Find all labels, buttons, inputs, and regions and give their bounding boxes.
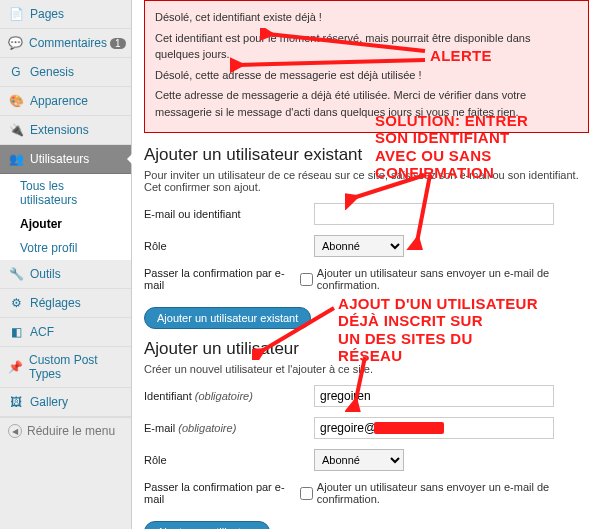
sidebar-item-gallery[interactable]: 🖼Gallery [0,388,131,417]
sidebar-item-settings[interactable]: ⚙Réglages [0,289,131,318]
label-role-existing: Rôle [144,240,314,252]
label-skip-existing: Passer la confirmation par e-mail [144,267,300,291]
alert-line: Cet identifiant est pour le moment réser… [155,30,578,63]
alert-line: Désolé, cette adresse de messagerie est … [155,67,578,84]
button-add-existing[interactable]: Ajouter un utilisateur existant [144,307,311,329]
cpt-icon: 📌 [8,359,23,375]
section-desc-existing: Pour inviter un utilisateur de ce réseau… [144,169,589,193]
collapse-icon: ◀ [8,424,22,438]
sidebar-item-users[interactable]: 👥Utilisateurs [0,145,131,174]
sidebar-item-genesis[interactable]: GGenesis [0,58,131,87]
label-email-new: E-mail (obligatoire) [144,422,314,434]
select-role-new[interactable]: Abonné [314,449,404,471]
acf-icon: ◧ [8,324,24,340]
alert-line: Cette adresse de messagerie a déjà été u… [155,87,578,120]
sidebar-item-extensions[interactable]: 🔌Extensions [0,116,131,145]
sidebar-item-acf[interactable]: ◧ACF [0,318,131,347]
section-desc-new: Créer un nouvel utilisateur et l'ajouter… [144,363,589,375]
submenu-profile[interactable]: Votre profil [0,236,131,260]
label-role-new: Rôle [144,454,314,466]
users-submenu: Tous les utilisateurs Ajouter Votre prof… [0,174,131,260]
gallery-icon: 🖼 [8,394,24,410]
checkbox-skip-existing[interactable] [300,273,313,286]
sidebar-item-appearance[interactable]: 🎨Apparence [0,87,131,116]
select-role-existing[interactable]: Abonné [314,235,404,257]
label-ident: Identifiant (obligatoire) [144,390,314,402]
sidebar-item-comments[interactable]: 💬Commentaires1 [0,29,131,58]
comments-badge: 1 [110,38,126,49]
input-email-ident[interactable] [314,203,554,225]
main-content: Désolé, cet identifiant existe déjà ! Ce… [132,0,601,529]
button-add-new[interactable]: Ajouter un utilisateur [144,521,270,529]
skip-desc-new: Ajouter un utilisateur sans envoyer un e… [317,481,589,505]
comment-icon: 💬 [8,35,23,51]
admin-sidebar: 📄Pages 💬Commentaires1 GGenesis 🎨Apparenc… [0,0,132,529]
appearance-icon: 🎨 [8,93,24,109]
checkbox-skip-new[interactable] [300,487,313,500]
error-alert: Désolé, cet identifiant existe déjà ! Ce… [144,0,589,133]
section-title-new: Ajouter un utilisateur [144,339,589,359]
users-icon: 👥 [8,151,24,167]
submenu-add[interactable]: Ajouter [0,212,131,236]
sidebar-item-tools[interactable]: 🔧Outils [0,260,131,289]
input-ident[interactable] [314,385,554,407]
label-skip-new: Passer la confirmation par e-mail [144,481,300,505]
alert-line: Désolé, cet identifiant existe déjà ! [155,9,578,26]
pages-icon: 📄 [8,6,24,22]
settings-icon: ⚙ [8,295,24,311]
collapse-menu[interactable]: ◀Réduire le menu [0,417,131,444]
genesis-icon: G [8,64,24,80]
section-title-existing: Ajouter un utilisateur existant [144,145,589,165]
skip-desc-existing: Ajouter un utilisateur sans envoyer un e… [317,267,589,291]
redaction-mark [374,422,444,434]
plugins-icon: 🔌 [8,122,24,138]
submenu-all-users[interactable]: Tous les utilisateurs [0,174,131,212]
label-email-ident: E-mail ou identifiant [144,208,314,220]
tools-icon: 🔧 [8,266,24,282]
sidebar-item-pages[interactable]: 📄Pages [0,0,131,29]
sidebar-item-cpt[interactable]: 📌Custom Post Types [0,347,131,388]
